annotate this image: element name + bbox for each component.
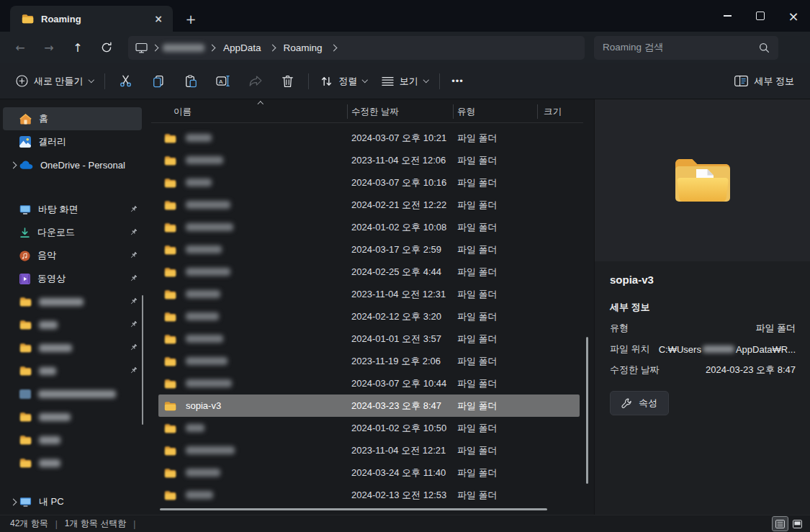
details-pane-toggle[interactable]: 세부 정보 — [727, 69, 801, 94]
forward-button[interactable]: → — [37, 36, 60, 59]
details-view-toggle[interactable] — [773, 517, 788, 531]
file-row[interactable]: 2024-03-24 오후 11:40파일 폴더 — [158, 461, 580, 484]
breadcrumb-roaming[interactable]: Roaming — [280, 42, 326, 53]
up-button[interactable]: ↑ — [66, 36, 89, 59]
file-row[interactable]: 2024-01-01 오전 3:57파일 폴더 — [158, 328, 580, 350]
sidebar-item-home[interactable]: 홈 — [3, 107, 142, 130]
pc-icon — [19, 497, 32, 508]
search-input[interactable]: Roaming 검색 — [594, 36, 778, 60]
sidebar-item-folder-5[interactable] — [3, 405, 142, 428]
pin-icon — [129, 297, 138, 306]
sidebar-item-folder-6[interactable] — [3, 428, 142, 451]
pin-icon — [129, 366, 138, 375]
sidebar-item-folder-7[interactable] — [3, 451, 142, 474]
video-icon — [19, 274, 30, 284]
sidebar-item-music[interactable]: 음악 — [3, 244, 142, 267]
file-row[interactable]: 2023-11-04 오전 12:31파일 폴더 — [158, 283, 580, 305]
navigation-bar: ← → ↑ AppData Roaming Roaming 검색 — [0, 32, 810, 63]
sidebar-item-onedrive[interactable]: OneDrive - Personal — [3, 153, 142, 176]
paste-button[interactable] — [174, 69, 207, 94]
column-separator[interactable] — [347, 104, 348, 119]
sidebar-item-folder-1[interactable] — [3, 290, 142, 313]
sidebar-item-desktop[interactable]: 바탕 화면 — [3, 198, 142, 221]
breadcrumb[interactable]: AppData Roaming — [128, 36, 585, 60]
back-button[interactable]: ← — [9, 36, 32, 59]
file-date: 2024-03-23 오후 8:47 — [351, 400, 457, 412]
column-header-date[interactable]: 수정한 날짜 — [351, 106, 399, 118]
file-row[interactable]: 2024-01-02 오후 10:50파일 폴더 — [158, 417, 580, 439]
column-separator[interactable] — [453, 104, 454, 119]
file-row[interactable]: 2024-02-12 오후 3:20파일 폴더 — [158, 305, 580, 328]
maximize-button[interactable] — [744, 0, 777, 32]
cut-button[interactable] — [109, 69, 142, 94]
file-date: 2024-03-07 오후 10:44 — [351, 377, 457, 390]
file-row[interactable]: 2024-03-07 오후 10:44파일 폴더 — [158, 372, 580, 395]
sort-button[interactable]: 정렬 — [313, 69, 374, 94]
sidebar-item-link-1[interactable] — [3, 382, 142, 405]
column-header-type[interactable]: 유형 — [457, 106, 475, 118]
plus-circle-icon — [16, 75, 28, 87]
vertical-scrollbar[interactable] — [586, 337, 588, 484]
sidebar-scrollbar[interactable] — [142, 295, 143, 425]
file-row-sopia-v3[interactable]: sopia-v32024-03-23 오후 8:47파일 폴더 — [158, 395, 580, 417]
redacted-label — [38, 390, 116, 398]
chevron-right-icon[interactable] — [7, 500, 19, 505]
sidebar-item-gallery[interactable]: 갤러리 — [3, 130, 142, 153]
chevron-right-icon[interactable] — [7, 163, 19, 168]
file-row[interactable]: 2023-11-19 오후 2:06파일 폴더 — [158, 350, 580, 372]
column-header-size[interactable]: 크기 — [544, 106, 562, 118]
file-row[interactable]: 2024-02-21 오전 12:22파일 폴더 — [158, 194, 580, 216]
file-type: 파일 폴더 — [457, 266, 580, 279]
horizontal-scrollbar[interactable] — [160, 508, 547, 510]
more-options-button[interactable]: ••• — [444, 69, 471, 94]
copy-button[interactable] — [142, 69, 174, 94]
file-type: 파일 폴더 — [457, 154, 580, 167]
file-row[interactable]: 2023-11-04 오전 12:06파일 폴더 — [158, 149, 580, 171]
toolbar-divider — [439, 73, 440, 89]
view-button[interactable]: 보기 — [374, 69, 436, 94]
minimize-button[interactable] — [711, 0, 744, 32]
column-separator[interactable] — [537, 104, 538, 119]
rename-button[interactable]: A — [207, 69, 239, 94]
file-type: 파일 폴더 — [457, 132, 580, 145]
new-button[interactable]: 새로 만들기 — [9, 69, 100, 94]
file-row[interactable]: 2024-02-25 오후 4:44파일 폴더 — [158, 261, 580, 283]
thumbnail-view-toggle[interactable] — [790, 517, 805, 531]
column-header-name[interactable]: 이름 — [174, 106, 192, 118]
sort-ascending-icon — [258, 102, 264, 107]
sidebar-item-downloads[interactable]: 다운로드 — [3, 221, 142, 244]
refresh-button[interactable] — [95, 36, 118, 59]
file-name-cell — [158, 222, 351, 233]
sidebar-item-folder-2[interactable] — [3, 313, 142, 336]
paste-icon — [184, 75, 197, 88]
status-separator: | — [133, 519, 135, 529]
breadcrumb-redacted-user[interactable] — [163, 44, 204, 52]
file-row[interactable]: 2024-02-13 오전 12:53파일 폴더 — [158, 484, 580, 506]
file-name-cell — [158, 245, 351, 255]
sidebar: 홈갤러리OneDrive - Personal바탕 화면다운로드음악동영상 내 … — [0, 99, 148, 515]
sidebar-item-my-pc[interactable]: 내 PC — [3, 490, 142, 513]
delete-button[interactable] — [271, 69, 304, 94]
share-icon — [249, 75, 262, 87]
file-row[interactable]: 2024-01-02 오후 10:08파일 폴더 — [158, 216, 580, 238]
redacted-file-name — [186, 245, 222, 253]
share-button[interactable] — [239, 69, 271, 94]
redacted-label — [39, 459, 60, 467]
file-row[interactable]: 2024-03-17 오후 2:59파일 폴더 — [158, 238, 580, 261]
properties-button[interactable]: 속성 — [610, 391, 669, 415]
file-row[interactable]: 2023-11-04 오전 12:21파일 폴더 — [158, 439, 580, 461]
explorer-tab[interactable]: Roaming × — [10, 6, 173, 32]
redacted-file-name — [186, 469, 220, 477]
file-row[interactable]: 2024-03-07 오후 10:16파일 폴더 — [158, 171, 580, 194]
file-date: 2023-11-04 오전 12:06 — [351, 154, 457, 167]
redacted-file-name — [186, 268, 230, 276]
tab-close-button[interactable]: × — [150, 10, 167, 27]
new-tab-button[interactable]: + — [179, 7, 203, 30]
sidebar-item-folder-3[interactable] — [3, 336, 142, 359]
file-row[interactable]: 2024-03-07 오후 10:21파일 폴더 — [158, 127, 580, 149]
sidebar-item-videos[interactable]: 동영상 — [3, 267, 142, 290]
close-button[interactable]: × — [777, 0, 810, 32]
folder-icon — [164, 245, 176, 255]
sidebar-item-folder-4[interactable] — [3, 359, 142, 382]
breadcrumb-appdata[interactable]: AppData — [220, 42, 265, 53]
